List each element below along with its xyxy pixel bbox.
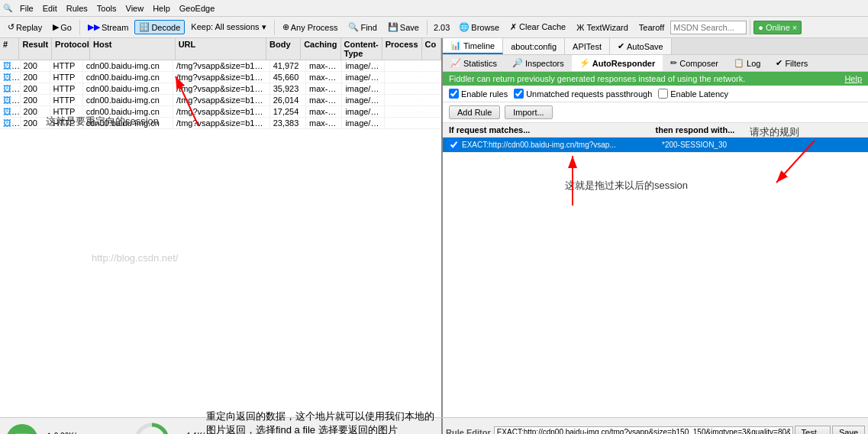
table-row[interactable]: 🖼35 200 HTTP cdn00.baidu-img.cn /tmg?vsa…	[0, 95, 441, 106]
col-header-num: #	[0, 38, 19, 60]
menu-help[interactable]: Help	[148, 2, 175, 15]
subtab-filters[interactable]: ✔ Filters	[768, 55, 815, 71]
enable-rules-label: Enable rules	[461, 89, 508, 99]
subtab-log[interactable]: 📋 Log	[726, 55, 768, 71]
replay-icon: ↺	[8, 22, 15, 32]
rules-list: EXACT:http://cdn00.baidu-img.cn/tmg?vsap…	[443, 138, 868, 417]
tab-about-config[interactable]: about:config	[503, 38, 565, 54]
enable-rules-input[interactable]	[449, 89, 459, 99]
textwizard-button[interactable]: Ж TextWizard	[572, 21, 633, 34]
find-button[interactable]: 🔍 Find	[344, 20, 381, 34]
timeline-label: Timeline	[463, 41, 495, 50]
unmatched-label: Unmatched requests passthrough	[526, 89, 652, 99]
tearoff-button[interactable]: Tearoff	[634, 21, 669, 34]
table-row[interactable]: 🖼30 200 HTTP cdn00.baidu-img.cn /tmg?vsa…	[0, 60, 441, 72]
add-rule-button[interactable]: Add Rule	[449, 105, 500, 119]
rule-row[interactable]: EXACT:http://cdn00.baidu-img.cn/tmg?vsap…	[443, 138, 868, 153]
session-header: # Result Protocol Host URL Body Caching …	[0, 38, 441, 60]
table-row[interactable]: 🖼37 200 HTTP cdn00.baidu-img.cn /tmg?vsa…	[0, 118, 441, 129]
unmatched-input[interactable]	[514, 89, 524, 99]
upload-icon: ⬆	[46, 432, 52, 435]
any-process-label: Any Process	[291, 23, 338, 32]
tab-autosave[interactable]: ✔ AutoSave	[610, 38, 672, 54]
subtab-inspectors[interactable]: 🔎 Inspectors	[505, 55, 572, 71]
autoresponder-label: AutoResponder	[592, 59, 656, 68]
sep3	[427, 20, 428, 35]
menu-edit[interactable]: Edit	[38, 2, 62, 15]
rule-editor-input[interactable]	[494, 426, 793, 434]
enable-rules-checkbox[interactable]: Enable rules	[449, 89, 508, 99]
menu-rules[interactable]: Rules	[62, 2, 92, 15]
rule-col-match-header: If request matches...	[449, 125, 656, 134]
wifi-stats: ⬆ 0.00K/s 🖥 2	[46, 432, 80, 435]
decode-button[interactable]: 🔠 Decode	[134, 20, 185, 34]
table-row[interactable]: 🖼33 200 HTTP cdn00.baidu-img.cn /tmg?vsa…	[0, 83, 441, 95]
rule-checkbox[interactable]	[449, 140, 459, 150]
watermark: http://blog.csdn.net/	[92, 252, 178, 264]
unmatched-checkbox[interactable]: Unmatched requests passthrough	[514, 89, 652, 99]
decode-icon: 🔠	[139, 22, 150, 32]
timeline-icon: 📊	[450, 40, 461, 50]
any-process-button[interactable]: ⊕ Any Process	[278, 20, 343, 34]
find-label: Find	[360, 23, 376, 32]
replay-label: Replay	[16, 23, 42, 32]
autoresponder-panel: Fiddler can return previously generated …	[443, 72, 868, 417]
msdn-search-input[interactable]	[670, 21, 747, 34]
col-header-url: URL	[176, 38, 266, 60]
log-label: Log	[747, 59, 760, 68]
keep-button[interactable]: Keep: All sessions ▾	[186, 20, 270, 34]
menu-file[interactable]: File	[15, 2, 38, 15]
clear-cache-button[interactable]: ✗ Clear Cache	[505, 20, 570, 34]
subtab-autoresponder[interactable]: ⚡ AutoResponder	[572, 55, 663, 71]
wifi-speed: ⬆ 0.00K/s	[46, 432, 80, 435]
table-row[interactable]: 🖼36 200 HTTP cdn00.baidu-img.cn /tmg?vsa…	[0, 106, 441, 118]
stream-button[interactable]: ▶▶ Stream	[83, 20, 133, 34]
menu-view[interactable]: View	[121, 2, 149, 15]
right-panel: 📊 Timeline about:config APITest ✔ AutoSa…	[443, 38, 868, 417]
info-text: Fiddler can return previously generated …	[449, 74, 745, 83]
tearoff-label: Tearoff	[639, 23, 664, 32]
inspectors-label: Inspectors	[525, 59, 564, 68]
sep1	[79, 20, 80, 35]
autosave-icon: ✔	[618, 41, 624, 51]
menu-tools[interactable]: Tools	[92, 2, 121, 15]
import-button[interactable]: Import...	[505, 105, 552, 119]
tab-timeline[interactable]: 📊 Timeline	[443, 38, 503, 54]
test-button[interactable]: Test...	[795, 426, 831, 435]
menu-geoedge[interactable]: GeoEdge	[175, 2, 219, 15]
go-button[interactable]: ▶ Go	[48, 20, 76, 34]
about-config-label: about:config	[511, 42, 557, 51]
bottom-left: 📶 ⬆ 0.00K/s 🖥 2 70% ▲ 1.1K	[0, 418, 443, 434]
filters-label: Filters	[785, 59, 808, 68]
subtab-statistics[interactable]: 📈 Statistics	[443, 55, 505, 71]
online-button[interactable]: ● Online ×	[753, 21, 802, 34]
tab-bar-top: 📊 Timeline about:config APITest ✔ AutoSa…	[443, 38, 868, 55]
rule-editor-row: Rule Editor Test... Save	[443, 424, 868, 435]
tab-apitest[interactable]: APITest	[565, 38, 610, 54]
replay-button[interactable]: ↺ Replay	[3, 20, 47, 34]
stream-label: Stream	[102, 23, 128, 32]
bottom-right: Rule Editor Test... Save Match only once	[443, 418, 868, 434]
textwizard-label: Ж TextWizard	[576, 23, 628, 32]
clear-cache-label: ✗ Clear Cache	[510, 22, 566, 32]
statistics-icon: 📈	[450, 58, 461, 68]
rule-col-respond-header: then respond with...	[656, 125, 863, 134]
latency-label: Enable Latency	[670, 89, 728, 99]
network-stats: ▲ 1.1K/s + ▼ 13K/s	[178, 432, 215, 435]
any-process-icon: ⊕	[282, 22, 289, 32]
table-row[interactable]: 🖼31 200 HTTP cdn00.baidu-img.cn /tmg?vsa…	[0, 72, 441, 83]
upload-stat: ▲ 1.1K/s +	[178, 432, 215, 435]
subtab-composer[interactable]: ✏ Composer	[663, 55, 726, 71]
composer-label: Composer	[679, 59, 718, 68]
latency-input[interactable]	[658, 89, 668, 99]
help-link[interactable]: Help	[844, 74, 862, 83]
rules-header: If request matches... then respond with.…	[443, 123, 868, 138]
online-label: ● Online ×	[758, 23, 797, 32]
browse-button[interactable]: 🌐 Browse	[454, 20, 504, 34]
save-icon: 💾	[388, 22, 399, 32]
save-button[interactable]: 💾 Save	[383, 20, 424, 34]
rule-save-button[interactable]: Save	[832, 426, 865, 435]
progress-circle: 70%	[134, 422, 170, 435]
filters-icon: ✔	[776, 58, 782, 68]
latency-checkbox[interactable]: Enable Latency	[658, 89, 728, 99]
